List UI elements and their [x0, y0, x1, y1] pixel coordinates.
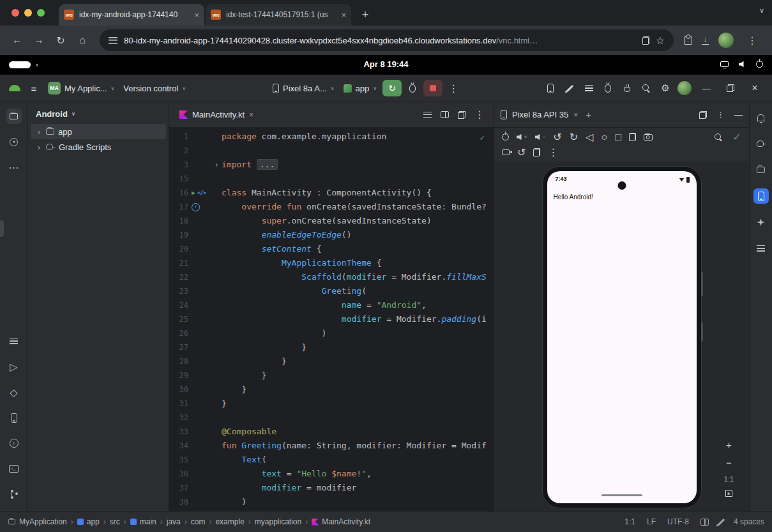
- snapshot-icon[interactable]: [629, 133, 636, 141]
- code-line[interactable]: 29 }: [169, 369, 494, 383]
- code-text[interactable]: [222, 144, 494, 158]
- commit-tool-icon[interactable]: [10, 138, 18, 146]
- detach-editor-icon[interactable]: [458, 111, 465, 119]
- code-text[interactable]: [222, 411, 494, 425]
- ide-profile-avatar[interactable]: [677, 81, 692, 95]
- compare-screenshot-icon[interactable]: [533, 148, 540, 156]
- code-text[interactable]: }: [222, 354, 494, 369]
- code-text[interactable]: Greeting(: [222, 284, 494, 298]
- code-text[interactable]: ): [222, 495, 494, 509]
- code-line[interactable]: 35 Text(: [169, 453, 494, 467]
- system-clock[interactable]: Apr 8 19:44: [0, 59, 772, 69]
- ide-close-icon[interactable]: ×: [744, 79, 766, 98]
- code-text[interactable]: [222, 172, 494, 186]
- code-tag-gutter-icon[interactable]: </>: [197, 186, 206, 200]
- browser-tab-active[interactable]: vnc idx-my-android-app-1744140 ×: [59, 4, 204, 26]
- code-area[interactable]: ✓ 1package com.example.myapplication23›i…: [169, 128, 494, 511]
- zoom-out-icon[interactable]: −: [726, 457, 732, 468]
- running-devices-icon[interactable]: [758, 192, 764, 201]
- breadcrumb-item[interactable]: java: [167, 517, 181, 526]
- problems-icon[interactable]: !: [10, 439, 19, 448]
- screenshot-icon[interactable]: [644, 134, 653, 141]
- code-text[interactable]: }: [222, 397, 494, 411]
- zoom-in-icon[interactable]: +: [726, 439, 732, 450]
- breadcrumb-item[interactable]: main: [130, 517, 156, 526]
- more-tool-windows-icon[interactable]: ⋯: [6, 160, 22, 175]
- line-separator-widget[interactable]: LF: [647, 517, 656, 526]
- code-text[interactable]: @Composable: [222, 425, 494, 439]
- code-text[interactable]: MyApplicationTheme {: [222, 256, 494, 270]
- display-icon[interactable]: [720, 61, 729, 67]
- code-line[interactable]: 21 MyApplicationTheme {: [169, 256, 494, 270]
- zoom-window-button[interactable]: [37, 9, 45, 17]
- tree-item-gradle-scripts[interactable]: › Gradle Scripts: [31, 139, 166, 155]
- emulator-more-icon[interactable]: ⋮: [548, 146, 558, 158]
- hide-panel-icon[interactable]: —: [734, 110, 743, 119]
- code-line[interactable]: 36 text = "Hello $name!",: [169, 467, 494, 481]
- version-control-widget[interactable]: Version control ∨: [120, 81, 189, 96]
- code-line[interactable]: 38 ): [169, 495, 494, 509]
- terminal-icon[interactable]: >_: [9, 465, 19, 473]
- close-device-tab-icon[interactable]: ×: [573, 110, 578, 119]
- breadcrumb-item[interactable]: myapplication: [255, 517, 301, 526]
- expand-chevron-icon[interactable]: ›: [36, 127, 42, 137]
- code-line[interactable]: 31}: [169, 397, 494, 411]
- code-text[interactable]: import ...: [222, 158, 494, 172]
- screen-record-icon[interactable]: [502, 149, 510, 155]
- project-tool-icon[interactable]: [10, 113, 18, 119]
- site-settings-icon[interactable]: [109, 37, 117, 44]
- rotate-left-icon[interactable]: ↺: [553, 131, 561, 143]
- project-view-selector[interactable]: Android ∨: [28, 102, 169, 124]
- notifications-icon[interactable]: [757, 114, 764, 121]
- browser-profile-avatar[interactable]: [718, 33, 734, 48]
- zoom-fit-icon[interactable]: [725, 490, 732, 497]
- breadcrumb-item[interactable]: app: [77, 517, 100, 526]
- device-manager-icon[interactable]: [11, 413, 17, 423]
- reload-icon[interactable]: ↻: [51, 31, 70, 50]
- breadcrumb-item[interactable]: example: [215, 517, 244, 526]
- settings-icon[interactable]: ⚙: [657, 80, 674, 96]
- editor-list-icon[interactable]: [423, 112, 432, 118]
- inspections-widget-icon[interactable]: [718, 518, 725, 525]
- encoding-widget[interactable]: UTF-8: [667, 517, 689, 526]
- home-icon[interactable]: ⌂: [73, 31, 92, 50]
- split-window-icon[interactable]: [700, 519, 709, 526]
- inspections-ok-icon[interactable]: ✓: [480, 133, 485, 142]
- app-inspection-icon[interactable]: [605, 84, 611, 93]
- breadcrumb-item[interactable]: src: [110, 517, 120, 526]
- code-line[interactable]: 22 Scaffold(modifier = Modifier.fillMaxS: [169, 270, 494, 284]
- copy-url-icon[interactable]: [642, 36, 649, 45]
- search-icon[interactable]: [642, 84, 651, 93]
- split-editor-icon[interactable]: [441, 111, 449, 118]
- downloads-icon[interactable]: ↓: [701, 36, 709, 45]
- code-line[interactable]: 17↑ override fun onCreate(savedInstanceS…: [169, 200, 494, 214]
- version-control-tool-icon[interactable]: [10, 490, 18, 499]
- gemini-icon[interactable]: [757, 218, 765, 226]
- code-text[interactable]: super.onCreate(savedInstanceState): [222, 214, 494, 228]
- rotate-right-icon[interactable]: ↻: [570, 131, 578, 143]
- run-gutter-icon[interactable]: ▶: [192, 186, 195, 200]
- code-line[interactable]: 32: [169, 411, 494, 425]
- close-tab-icon[interactable]: ×: [341, 10, 346, 20]
- volume-icon[interactable]: [739, 61, 746, 68]
- breadcrumb-item[interactable]: MyApplication: [8, 517, 67, 526]
- back-icon[interactable]: ←: [8, 31, 27, 50]
- code-text[interactable]: }: [222, 340, 494, 354]
- address-bar[interactable]: 80-idx-my-android-app-1744140290428.clus…: [100, 29, 674, 51]
- folded-imports-region[interactable]: ...: [257, 159, 278, 170]
- android-back-icon[interactable]: ◁: [586, 131, 593, 143]
- code-text[interactable]: modifier = modifier: [222, 481, 494, 495]
- code-line[interactable]: 25 modifier = Modifier.padding(i: [169, 312, 494, 326]
- override-gutter-icon[interactable]: ↑: [192, 203, 200, 211]
- minimize-window-button[interactable]: [24, 9, 32, 17]
- zoom-mode-icon[interactable]: [714, 133, 723, 142]
- code-line[interactable]: 27 }: [169, 340, 494, 354]
- code-text[interactable]: }: [222, 383, 494, 397]
- code-line[interactable]: 16▶</>class MainActivity : ComponentActi…: [169, 186, 494, 200]
- code-text[interactable]: name = "Android",: [222, 298, 494, 312]
- run-more-icon[interactable]: ⋮: [445, 80, 462, 96]
- code-text[interactable]: }: [222, 369, 494, 383]
- forward-icon[interactable]: →: [29, 31, 49, 50]
- logcat-icon[interactable]: [585, 85, 593, 91]
- code-line[interactable]: 1package com.example.myapplication: [169, 130, 494, 144]
